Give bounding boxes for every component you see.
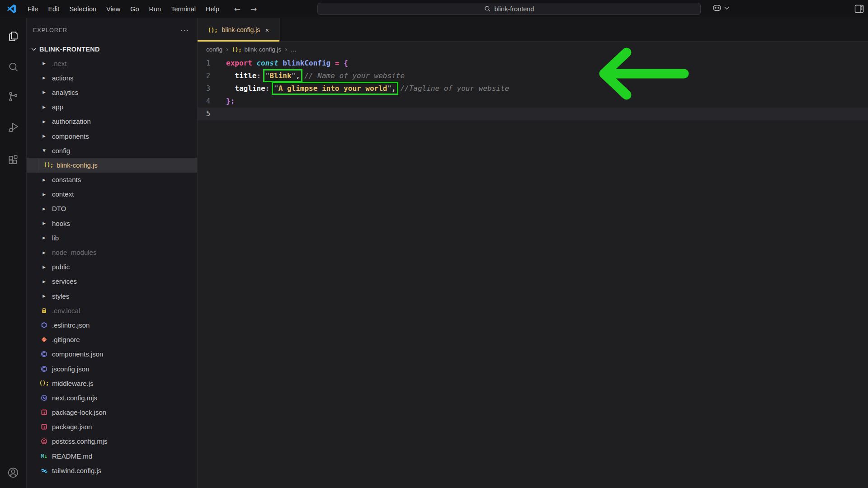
workspace-root-folder[interactable]: BLINK-FRONTEND: [27, 42, 197, 56]
tree-item-label: constants: [52, 176, 81, 183]
tree-folder-.next[interactable]: ▶.next: [27, 56, 197, 70]
breadcrumb-symbol[interactable]: …: [291, 46, 297, 53]
tree-folder-public[interactable]: ▶public: [27, 260, 197, 274]
copilot-button[interactable]: [712, 4, 729, 13]
tailwind-icon: [40, 467, 48, 474]
activity-search-icon[interactable]: [2, 56, 24, 78]
tree-folder-DTO[interactable]: ▶DTO: [27, 202, 197, 216]
tree-file-components.json[interactable]: components.json: [27, 347, 197, 361]
chevron-right-icon: ▶: [40, 221, 48, 225]
menu-run[interactable]: Run: [144, 3, 166, 15]
postcss-icon: [40, 438, 48, 445]
command-center-search[interactable]: blink-frontend: [317, 3, 701, 15]
menu-go[interactable]: Go: [125, 3, 144, 15]
tree-file-middleware.js[interactable]: ();middleware.js: [27, 376, 197, 390]
more-actions-icon[interactable]: ···: [180, 26, 189, 34]
tree-folder-constants[interactable]: ▶constants: [27, 173, 197, 187]
activity-extensions-icon[interactable]: [2, 149, 24, 171]
search-icon: [484, 5, 491, 12]
tree-item-label: .env.local: [52, 307, 80, 314]
accounts-icon[interactable]: [2, 462, 24, 483]
tree-folder-config[interactable]: ▼config: [27, 143, 197, 158]
tree-item-label: next.config.mjs: [52, 394, 97, 402]
tree-file-README.md[interactable]: M↓README.md: [27, 449, 197, 463]
npm-icon: [40, 423, 48, 430]
close-icon[interactable]: ×: [265, 26, 269, 34]
tree-item-label: public: [52, 263, 70, 271]
breadcrumb-file[interactable]: (); blink-config.js: [232, 46, 281, 53]
menu-help[interactable]: Help: [201, 3, 224, 15]
tree-folder-node_modules[interactable]: ▶node_modules: [27, 245, 197, 259]
tree-folder-analytics[interactable]: ▶analytics: [27, 85, 197, 99]
chevron-down-icon: [31, 47, 36, 51]
tree-folder-lib[interactable]: ▶lib: [27, 230, 197, 245]
tree-file-next.config.mjs[interactable]: next.config.mjs: [27, 390, 197, 405]
tree-item-label: config: [52, 147, 70, 155]
tree-folder-services[interactable]: ▶services: [27, 274, 197, 289]
npm-icon: [40, 409, 48, 416]
customize-layout-button[interactable]: [854, 5, 864, 13]
nav-forward-icon[interactable]: →: [250, 5, 257, 14]
eslint-icon: [40, 322, 48, 328]
code-line-4: 4};: [198, 95, 868, 108]
menu-edit[interactable]: Edit: [43, 3, 64, 15]
chevron-right-icon: ▶: [40, 250, 48, 255]
tree-folder-actions[interactable]: ▶actions: [27, 70, 197, 85]
tree-item-label: analytics: [52, 89, 78, 96]
code-line-1: 1export const blinkConfig = {: [198, 57, 868, 70]
tree-folder-app[interactable]: ▶app: [27, 100, 197, 114]
tree-folder-authorization[interactable]: ▶authorization: [27, 114, 197, 129]
menu-selection[interactable]: Selection: [64, 3, 101, 15]
tree-folder-components[interactable]: ▶components: [27, 129, 197, 143]
tree-file-tailwind.config.js[interactable]: tailwind.config.js: [27, 463, 197, 478]
tree-item-label: hooks: [52, 220, 70, 227]
git-icon: [40, 336, 48, 343]
js-icon: ();: [208, 26, 218, 34]
tree-file-jsconfig.json[interactable]: jsconfig.json: [27, 361, 197, 376]
tree-file-.gitignore[interactable]: .gitignore: [27, 333, 197, 347]
menu-file[interactable]: File: [23, 3, 43, 15]
breadcrumb-separator: ›: [226, 46, 228, 53]
js-icon: ();: [40, 380, 48, 386]
tree-file-package.json[interactable]: package.json: [27, 420, 197, 434]
tree-file-postcss.config.mjs[interactable]: postcss.config.mjs: [27, 434, 197, 449]
chevron-right-icon: ▶: [40, 265, 48, 269]
highlight-box: "A glimpse into your world",: [274, 84, 396, 93]
code-editor[interactable]: 1export const blinkConfig = {2 title: "B…: [198, 57, 868, 120]
tree-item-label: context: [52, 190, 74, 198]
tree-item-label: styles: [52, 292, 69, 300]
tab-label: blink-config.js: [222, 26, 260, 33]
chevron-right-icon: ▶: [40, 294, 48, 298]
tree-item-label: middleware.js: [52, 380, 94, 387]
tree-item-label: lib: [52, 234, 59, 242]
activity-run-debug-icon[interactable]: [2, 117, 24, 138]
tree-file-package-lock.json[interactable]: package-lock.json: [27, 405, 197, 420]
tab-bar: (); blink-config.js ×: [198, 18, 868, 42]
tree-file-.env.local[interactable]: .env.local: [27, 303, 197, 318]
tab-blink-config[interactable]: (); blink-config.js ×: [198, 18, 280, 42]
tree-folder-styles[interactable]: ▶styles: [27, 289, 197, 303]
tree-item-label: node_modules: [52, 249, 96, 256]
activity-explorer-icon[interactable]: [2, 25, 24, 47]
tree-item-label: DTO: [52, 205, 66, 212]
tree-item-label: .eslintrc.json: [52, 321, 90, 329]
code-line-2: 2 title: "Blink", // Name of your websit…: [198, 70, 868, 82]
tree-folder-hooks[interactable]: ▶hooks: [27, 216, 197, 230]
lock-icon: [40, 307, 48, 314]
chevron-down-icon: ▼: [40, 148, 48, 153]
menu-view[interactable]: View: [101, 3, 125, 15]
activity-source-control-icon[interactable]: [2, 86, 24, 108]
tree-item-label: components.json: [52, 350, 103, 358]
vscode-window: FileEditSelectionViewGoRunTerminalHelp ←…: [0, 0, 868, 488]
search-value: blink-frontend: [495, 5, 534, 13]
nav-back-icon[interactable]: ←: [234, 5, 241, 14]
menu-terminal[interactable]: Terminal: [166, 3, 201, 15]
chevron-right-icon: ▶: [40, 119, 48, 124]
jsonc-icon: [40, 351, 48, 357]
chevron-down-icon: [724, 6, 729, 10]
tree-folder-context[interactable]: ▶context: [27, 187, 197, 202]
tree-file-.eslintrc.json[interactable]: .eslintrc.json: [27, 318, 197, 332]
chevron-right-icon: ▶: [40, 105, 48, 109]
breadcrumb-folder[interactable]: config: [206, 46, 222, 53]
tree-file-blink-config.js[interactable]: ();blink-config.js: [27, 158, 197, 172]
